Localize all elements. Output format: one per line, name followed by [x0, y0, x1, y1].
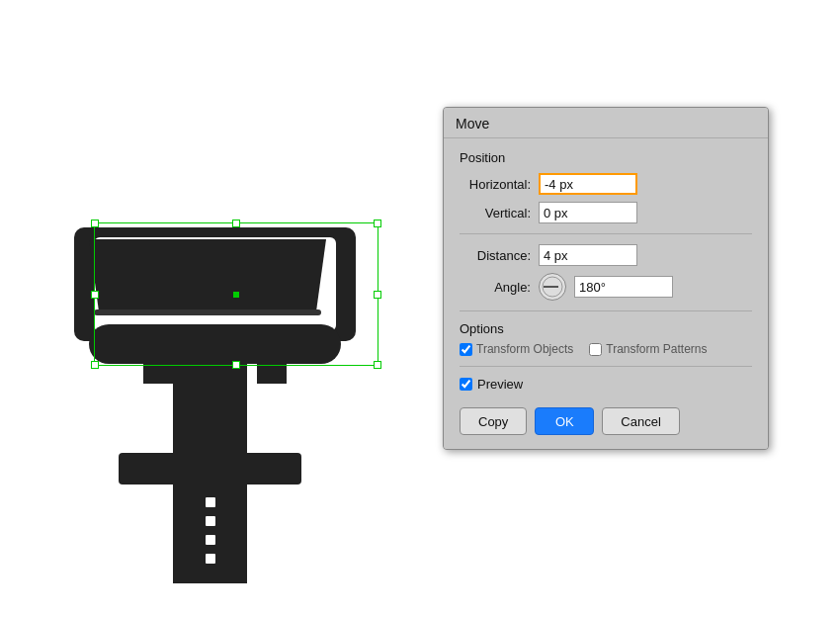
vertical-input[interactable] — [539, 202, 637, 223]
transform-patterns-label: Transform Patterns — [606, 342, 707, 356]
divider-3 — [460, 366, 752, 367]
position-section-label: Position — [460, 150, 752, 165]
dialog-body: Position Horizontal: Vertical: Distance:… — [444, 138, 768, 449]
vertical-label: Vertical: — [460, 206, 539, 220]
svg-rect-2 — [94, 309, 321, 315]
preview-checkbox[interactable] — [460, 378, 472, 391]
svg-rect-4 — [173, 364, 247, 453]
svg-point-13 — [543, 277, 562, 297]
options-checkboxes: Transform Objects Transform Patterns — [460, 342, 752, 356]
vertical-row: Vertical: — [460, 202, 752, 223]
move-dialog: Move Position Horizontal: Vertical: Dist… — [443, 107, 769, 450]
distance-row: Distance: — [460, 244, 752, 266]
transform-objects-checkbox[interactable] — [460, 343, 472, 356]
svg-rect-11 — [206, 535, 215, 545]
svg-rect-12 — [206, 554, 215, 564]
cancel-button[interactable]: Cancel — [602, 407, 679, 435]
copy-button[interactable]: Copy — [460, 407, 527, 435]
horizontal-input[interactable] — [539, 173, 637, 195]
ok-button[interactable]: OK — [535, 407, 594, 435]
svg-rect-9 — [206, 497, 215, 507]
transform-objects-item: Transform Objects — [460, 342, 573, 356]
angle-label: Angle: — [460, 280, 539, 295]
svg-rect-10 — [206, 516, 215, 526]
button-row: Copy OK Cancel — [460, 403, 752, 435]
svg-rect-5 — [143, 364, 173, 384]
transform-objects-label: Transform Objects — [476, 342, 573, 356]
illustration — [59, 168, 376, 596]
angle-input[interactable] — [574, 276, 673, 298]
divider-2 — [460, 310, 752, 311]
options-section: Options Transform Objects Transform Patt… — [460, 321, 752, 356]
transform-patterns-item: Transform Patterns — [589, 342, 707, 356]
transform-patterns-checkbox[interactable] — [589, 343, 602, 356]
dialog-titlebar: Move — [444, 108, 768, 138]
angle-row: Angle: — [460, 273, 752, 301]
horizontal-label: Horizontal: — [460, 177, 539, 192]
options-label: Options — [460, 321, 752, 336]
distance-input[interactable] — [539, 244, 637, 266]
preview-row: Preview — [460, 377, 752, 392]
dialog-title: Move — [456, 116, 489, 132]
svg-rect-7 — [119, 453, 301, 485]
distance-label: Distance: — [460, 248, 539, 263]
angle-wheel[interactable] — [539, 273, 566, 301]
horizontal-row: Horizontal: — [460, 173, 752, 195]
preview-label: Preview — [477, 377, 523, 392]
svg-rect-3 — [89, 324, 341, 364]
divider-1 — [460, 233, 752, 234]
svg-rect-6 — [257, 364, 287, 384]
